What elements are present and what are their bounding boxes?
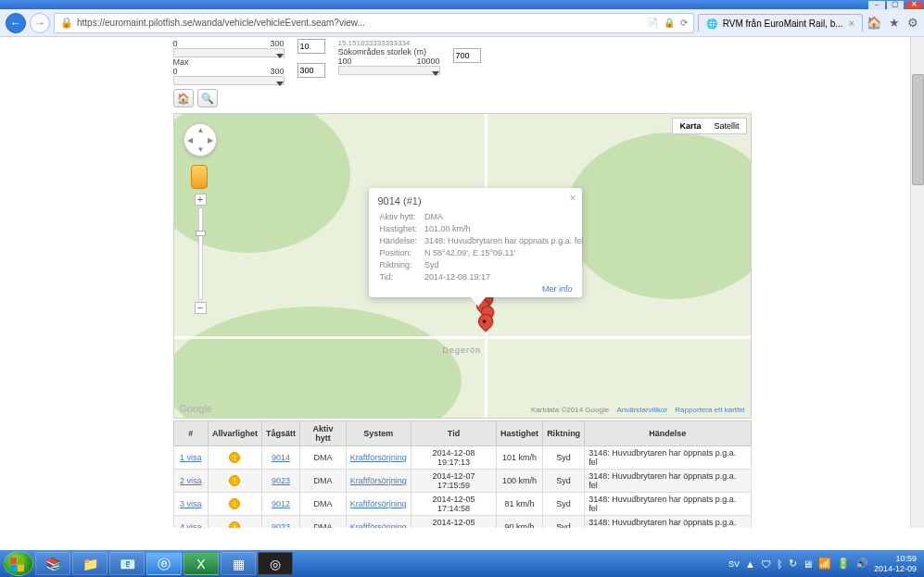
maptype-karta[interactable]: Karta: [673, 119, 707, 133]
row-time: 2014-12-07 17:15:59: [411, 470, 496, 493]
row-system-link[interactable]: Kraftförsörjning: [346, 493, 411, 516]
info-val: 3148: Huvudbrytaren har öppnats p.g.a. f…: [424, 236, 589, 246]
severity-icon: !: [229, 475, 240, 486]
row-cab: DMA: [299, 470, 346, 493]
row-trainset-link[interactable]: 9012: [261, 493, 299, 516]
terms-link[interactable]: Användarvillkor: [616, 406, 667, 414]
browser-toolbar: ← → 🔒 https://euromaint.pilotfish.se/wan…: [0, 9, 924, 37]
window-titlebar: – ▢ ✕: [0, 0, 924, 9]
compat-icon[interactable]: 📄: [647, 18, 658, 28]
row-cab: DMA: [299, 516, 346, 529]
pan-right-icon[interactable]: ▶: [208, 136, 213, 144]
row-visa-link[interactable]: 2 visa: [173, 470, 208, 493]
col-number[interactable]: #: [173, 421, 208, 446]
slider-track[interactable]: [173, 48, 285, 57]
severity-icon: !: [229, 452, 240, 463]
address-bar[interactable]: 🔒 https://euromaint.pilotfish.se/wanda/v…: [54, 13, 694, 33]
map-canvas[interactable]: Degerön Karta Satellit ▲ ▼ ◀ ▶ + − × 901…: [173, 113, 752, 419]
range1-max: 300: [270, 39, 284, 48]
col-cab[interactable]: Aktiv hytt: [299, 421, 346, 446]
input-300[interactable]: [297, 63, 325, 78]
url-text: https://euromaint.pilotfish.se/wanda/veh…: [77, 18, 365, 28]
row-time: 2014-12-05 15:16:26: [411, 516, 496, 529]
row-visa-link[interactable]: 3 visa: [173, 493, 208, 516]
minimize-button[interactable]: –: [868, 1, 885, 9]
map-type-switch: Karta Satellit: [672, 118, 746, 134]
col-time[interactable]: Tid: [411, 421, 496, 446]
toolrow: 🏠 🔍: [166, 87, 759, 109]
info-val: N 58°42.09', E 15°09.11': [424, 248, 589, 258]
refresh-icon[interactable]: ⟳: [680, 18, 688, 28]
zoom-tool-icon[interactable]: 🔍: [197, 89, 218, 107]
zoom-out-button[interactable]: −: [195, 302, 207, 314]
col-trainset[interactable]: Tågsätt: [261, 421, 299, 446]
row-visa-link[interactable]: 4 visa: [173, 516, 208, 529]
row-trainset-link[interactable]: 9014: [261, 446, 299, 470]
pegman-icon[interactable]: [191, 165, 208, 189]
row-system-link[interactable]: Kraftförsörjning: [346, 446, 411, 470]
col-direction[interactable]: Riktning: [543, 421, 585, 446]
info-close-icon[interactable]: ×: [569, 192, 576, 205]
maptype-satellit[interactable]: Satellit: [707, 119, 745, 133]
row-visa-link[interactable]: 1 visa: [173, 446, 208, 470]
map-pan-control: ▲ ▼ ◀ ▶: [184, 123, 217, 157]
favorites-icon[interactable]: ★: [889, 16, 900, 30]
scroll-thumb[interactable]: [912, 74, 924, 185]
home-tool-icon[interactable]: 🏠: [173, 89, 194, 107]
input-700[interactable]: [453, 48, 481, 63]
row-system-link[interactable]: Kraftförsörjning: [346, 470, 411, 493]
input-10[interactable]: [297, 39, 325, 54]
col-system[interactable]: System: [346, 421, 411, 446]
zoom-slider[interactable]: [198, 207, 203, 300]
tab-favicon: 🌐: [706, 19, 717, 29]
report-link[interactable]: Rapportera ett kartfel: [675, 406, 744, 414]
row-direction: Syd: [543, 470, 585, 493]
range-slider-1[interactable]: 0300 Max 0300: [173, 39, 285, 85]
back-button[interactable]: ←: [6, 13, 26, 33]
home-icon[interactable]: 🏠: [867, 16, 881, 30]
slider-track-3[interactable]: [338, 66, 440, 75]
search-area-slider[interactable]: 15.151833333333334 Sökområdes storlek (m…: [338, 39, 440, 85]
page-scrollbar[interactable]: [910, 37, 924, 528]
coord-readout: 15.151833333333334: [338, 39, 440, 47]
slider-track-2[interactable]: [173, 76, 285, 85]
row-cab: DMA: [299, 446, 346, 470]
row-event: 3148: Huvudbrytaren har öppnats p.g.a. f…: [585, 493, 751, 516]
row-trainset-link[interactable]: 9023: [261, 516, 299, 529]
range2-min: 0: [173, 67, 178, 76]
row-event: 3148: Huvudbrytaren har öppnats p.g.a. f…: [585, 470, 751, 493]
info-key: Hastighet:: [380, 224, 424, 234]
tools-icon[interactable]: ⚙: [907, 16, 918, 30]
browser-tab[interactable]: 🌐 RVM från EuroMaint Rail, b... ×: [698, 14, 863, 31]
map-zoom: + −: [195, 194, 207, 314]
col-event[interactable]: Händelse: [585, 421, 751, 446]
map-terrain: [565, 132, 752, 299]
attrib-text: Kartdata ©2014 Google: [531, 406, 609, 414]
map-attribution: Kartdata ©2014 Google Användarvillkor Ra…: [531, 406, 745, 414]
pan-up-icon[interactable]: ▲: [197, 126, 205, 134]
info-key: Aktiv hytt:: [380, 212, 424, 222]
maximize-button[interactable]: ▢: [887, 1, 904, 9]
more-info-link[interactable]: Mer info: [542, 284, 573, 294]
pan-down-icon[interactable]: ▼: [197, 145, 205, 154]
forward-button[interactable]: →: [30, 13, 50, 33]
row-severity: !: [208, 446, 261, 470]
row-speed: 101 km/h: [497, 446, 543, 470]
col-severity[interactable]: Allvarlighet: [208, 421, 261, 446]
tab-close-icon[interactable]: ×: [849, 18, 854, 29]
table-row: 1 visa!9014DMAKraftförsörjning2014-12-08…: [173, 446, 751, 470]
zoom-handle[interactable]: [196, 231, 206, 236]
info-title: 9014 (#1): [378, 195, 573, 207]
info-val: 2014-12-08 19:17: [424, 272, 589, 282]
col-speed[interactable]: Hastighet: [497, 421, 543, 446]
pan-left-icon[interactable]: ◀: [187, 136, 193, 144]
close-button[interactable]: ✕: [905, 1, 922, 9]
info-key: Position:: [380, 248, 424, 258]
info-key: Händelse:: [380, 236, 424, 246]
row-severity: !: [208, 516, 261, 529]
row-trainset-link[interactable]: 9023: [261, 470, 299, 493]
ssl-icon[interactable]: 🔒: [664, 18, 675, 28]
zoom-in-button[interactable]: +: [195, 194, 207, 206]
row-system-link[interactable]: Kraftförsörjning: [346, 516, 411, 529]
info-val: Syd: [424, 260, 589, 270]
